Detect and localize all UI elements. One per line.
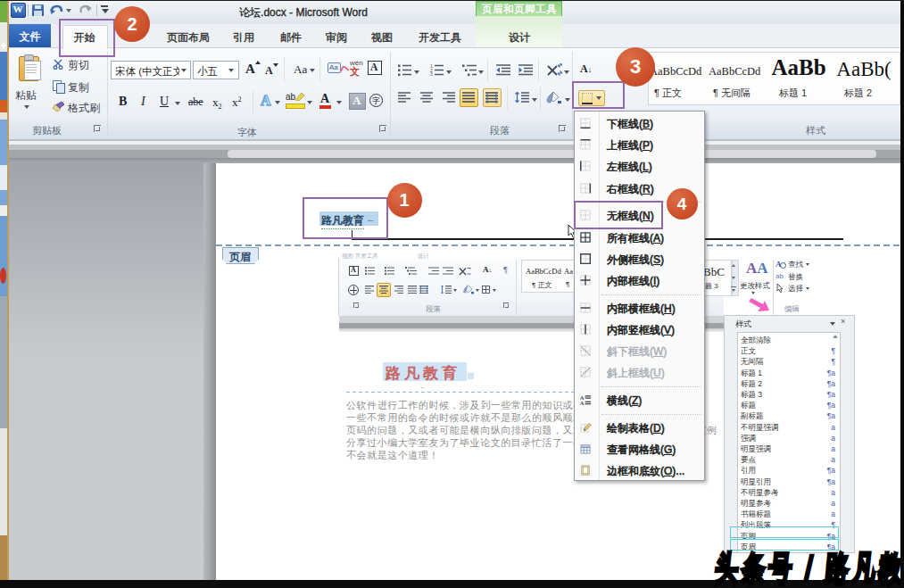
svg-text:3: 3 xyxy=(430,71,433,76)
svg-text:A: A xyxy=(580,401,585,406)
svg-text:A: A xyxy=(580,394,585,400)
